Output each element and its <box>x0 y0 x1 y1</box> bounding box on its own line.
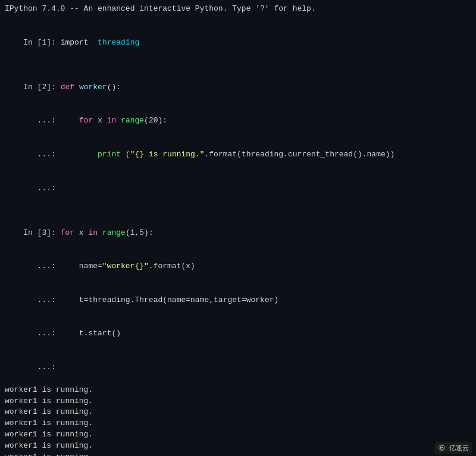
output-1: worker1 is running. <box>5 385 471 396</box>
cell-2-line1: In [2]: def worker(): <box>5 71 471 105</box>
watermark-badge: ⑥ 亿速云 <box>435 442 472 454</box>
blank-line-3 <box>5 205 471 216</box>
header-line: IPython 7.4.0 -- An enhanced interactive… <box>5 4 471 15</box>
cell-3-line3: ...: t=threading.Thread(name=name,target… <box>5 284 471 317</box>
cell-1: In [1]: import threading <box>5 26 471 60</box>
blank-line-2 <box>5 59 471 71</box>
cell-2-line3: ...: print ("{} is running.".format(thre… <box>5 138 471 172</box>
cell-3-line4: ...: t.start() <box>5 317 471 351</box>
output-5: worker1 is running. <box>5 429 471 441</box>
output-6: worker1 is running. <box>5 441 471 452</box>
output-2: worker1 is running. <box>5 396 471 407</box>
output-7: worker1 is running. <box>5 452 471 456</box>
terminal: IPython 7.4.0 -- An enhanced interactive… <box>0 0 476 456</box>
cell-3-line1: In [3]: for x in range(1,5): <box>5 216 471 250</box>
cell-2-line2: ...: for x in range(20): <box>5 105 471 139</box>
output-4: worker1 is running. <box>5 418 471 429</box>
cell-2-line4: ...: <box>5 172 471 206</box>
cell-3-line2: ...: name="worker{}".format(x) <box>5 250 471 284</box>
output-3: worker1 is running. <box>5 407 471 418</box>
threading-import: threading <box>98 38 139 47</box>
blank-line-1 <box>5 15 471 26</box>
cell-3-line5: ...: <box>5 351 471 385</box>
